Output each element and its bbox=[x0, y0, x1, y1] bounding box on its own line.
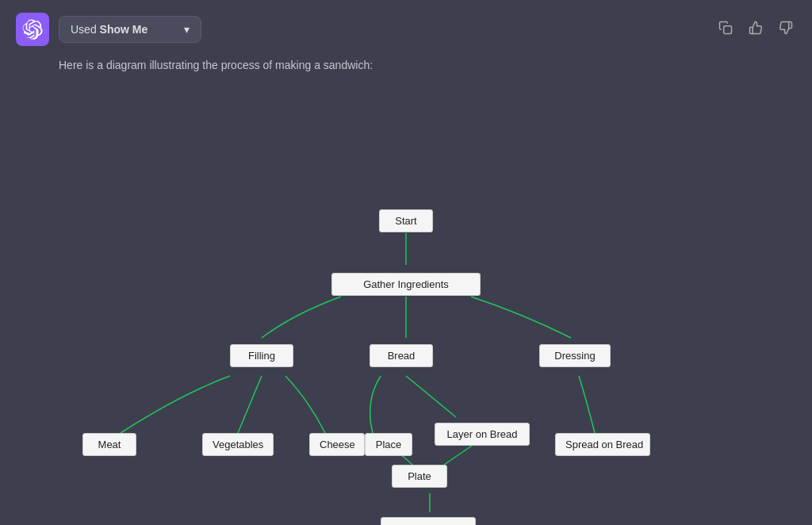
openai-logo bbox=[22, 19, 43, 40]
description-text: Here is a diagram illustrating the proce… bbox=[43, 59, 812, 84]
node-spread-on-bread: Spread on Bread bbox=[555, 433, 650, 456]
copy-button[interactable] bbox=[715, 17, 736, 42]
header-right bbox=[715, 17, 796, 42]
node-meat: Meat bbox=[82, 433, 136, 456]
thumbs-down-button[interactable] bbox=[776, 17, 796, 42]
diagram-container: Start Gather Ingredients Filling Bread D… bbox=[0, 84, 812, 512]
node-filling: Filling bbox=[230, 344, 293, 367]
node-layer-on-bread: Layer on Bread bbox=[435, 423, 530, 446]
node-cheese: Cheese bbox=[309, 433, 365, 456]
thumbs-up-button[interactable] bbox=[745, 17, 766, 42]
node-place: Place bbox=[365, 433, 412, 456]
avatar bbox=[16, 13, 49, 46]
chevron-down-icon: ▾ bbox=[184, 23, 190, 36]
node-bread: Bread bbox=[370, 344, 433, 367]
node-plate: Plate bbox=[392, 465, 447, 488]
node-top-with-bread: Top with Bread bbox=[381, 517, 476, 525]
svg-line-3 bbox=[238, 376, 262, 433]
header: Used Show Me ▾ bbox=[0, 0, 812, 59]
svg-rect-0 bbox=[724, 25, 732, 33]
node-dressing: Dressing bbox=[539, 344, 611, 367]
node-vegetables: Vegetables bbox=[202, 433, 274, 456]
svg-line-4 bbox=[406, 376, 456, 417]
node-gather: Gather Ingredients bbox=[331, 273, 481, 296]
header-left: Used Show Me ▾ bbox=[16, 13, 201, 46]
svg-line-5 bbox=[444, 446, 472, 465]
used-label: Used Show Me bbox=[71, 23, 147, 36]
node-start: Start bbox=[379, 209, 433, 232]
used-show-me-button[interactable]: Used Show Me ▾ bbox=[59, 16, 201, 43]
